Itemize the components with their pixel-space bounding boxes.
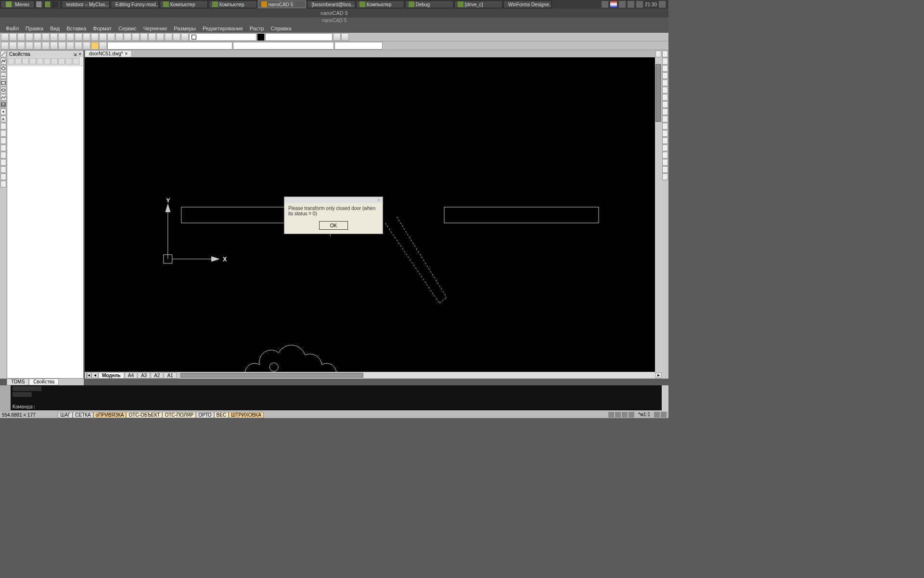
doc-tab-current[interactable]: doorNC51.dwg* × — [85, 50, 132, 57]
mod-array-icon[interactable] — [662, 79, 668, 86]
draw-rectangle-icon[interactable] — [0, 79, 6, 86]
tool-open[interactable] — [9, 33, 17, 41]
task-computer-1[interactable]: Компьютер — [160, 0, 208, 8]
dialog-titlebar[interactable]: × — [284, 197, 383, 203]
prop-tool-9[interactable] — [65, 58, 72, 65]
tool2-07[interactable] — [50, 42, 58, 50]
canvas-hscroll[interactable] — [180, 372, 655, 378]
volume-icon[interactable] — [628, 1, 634, 8]
tab-tdms[interactable]: TDMS — [7, 379, 29, 385]
tool-09[interactable] — [156, 33, 164, 41]
canvas-vscroll[interactable] — [655, 57, 662, 372]
tool2-10[interactable] — [75, 42, 82, 50]
menu-edit[interactable]: Правка — [23, 25, 46, 32]
layout-tab-a3[interactable]: A3 — [138, 372, 150, 379]
status-ortho[interactable]: ОРТО — [196, 412, 214, 418]
menu-file[interactable]: Файл — [3, 25, 22, 32]
draw-point-icon[interactable] — [0, 108, 6, 115]
draw-boundary-icon[interactable] — [0, 144, 6, 151]
task-drive-c[interactable]: [drive_c] — [454, 0, 502, 8]
status-snap[interactable]: ШАГ — [58, 412, 73, 418]
draw-donut-icon[interactable] — [0, 173, 6, 180]
tool-10[interactable] — [165, 33, 172, 41]
draw-region-icon[interactable] — [0, 130, 6, 137]
mod-align-icon[interactable] — [662, 173, 668, 180]
status-lweight[interactable]: ВЕС — [214, 412, 229, 418]
tool-05[interactable] — [124, 33, 131, 41]
mod-erase-icon[interactable] — [662, 51, 668, 57]
menu-draw[interactable]: Черчение — [141, 25, 170, 32]
draw-arc-icon[interactable] — [0, 72, 6, 79]
dialog-ok-button[interactable]: OK — [319, 221, 348, 230]
mod-explode-icon[interactable] — [662, 152, 668, 158]
tool-zoom[interactable] — [83, 33, 90, 41]
properties-panel-header[interactable]: Свойства ⇲ × — [7, 51, 83, 57]
mod-offset-icon[interactable] — [662, 72, 668, 79]
draw-circle-icon[interactable] — [0, 65, 6, 72]
menu-view[interactable]: Вид — [47, 25, 63, 32]
draw-polygon-icon[interactable] — [0, 166, 6, 173]
properties-close-icon[interactable]: × — [78, 52, 81, 57]
tool-zoom-window[interactable] — [91, 33, 99, 41]
layout-nav-first[interactable]: |◂ — [85, 372, 91, 378]
status-grid[interactable]: СЕТКА — [73, 412, 93, 418]
layout-tab-a4[interactable]: A4 — [125, 372, 137, 379]
show-desktop-button[interactable] — [36, 0, 43, 8]
status-otrack-polar[interactable]: ОТС-ПОЛЯР — [162, 412, 196, 418]
user-icon[interactable] — [602, 1, 608, 8]
status-icon-1[interactable] — [608, 412, 614, 418]
status-osnap[interactable]: оПРИВЯЗКА — [93, 412, 127, 418]
layer-combo[interactable] — [107, 42, 232, 50]
status-scale[interactable]: *м1:1 — [635, 412, 653, 418]
tool-redo[interactable] — [42, 33, 50, 41]
status-icon-2[interactable] — [615, 412, 621, 418]
start-menu-button[interactable]: Меню — [0, 0, 35, 8]
command-vscroll[interactable] — [662, 385, 668, 411]
mod-rotate-icon[interactable] — [662, 94, 668, 101]
draw-polyline-icon[interactable] — [0, 58, 6, 65]
mod-extend-icon[interactable] — [662, 123, 668, 130]
prop-tool-7[interactable] — [51, 58, 58, 65]
tool-zoom-extents[interactable] — [99, 33, 107, 41]
layout-nav-prev[interactable]: ◂ — [91, 372, 98, 378]
prop-tool-3[interactable] — [22, 58, 29, 65]
mod-scale-icon[interactable] — [662, 101, 668, 108]
tool-pan[interactable] — [75, 33, 82, 41]
status-hatch[interactable]: ШТРИХОВКА — [229, 412, 263, 418]
menu-insert[interactable]: Вставка — [64, 25, 89, 32]
layout-tab-a2[interactable]: A2 — [151, 372, 163, 379]
prop-tool-10[interactable] — [73, 58, 79, 65]
prop-tool-2[interactable] — [15, 58, 22, 65]
battery-icon[interactable] — [636, 1, 643, 8]
command-input[interactable] — [38, 404, 662, 409]
draw-ray-icon[interactable] — [0, 152, 6, 158]
status-icon-3[interactable] — [622, 412, 628, 418]
layout-tab-model[interactable]: Модель — [99, 372, 124, 379]
prop-tool-1[interactable] — [8, 58, 14, 65]
tool-11[interactable] — [173, 33, 180, 41]
tool2-05[interactable] — [34, 42, 41, 50]
command-panel-grip[interactable] — [0, 385, 11, 411]
file-manager-button[interactable] — [44, 0, 52, 8]
mod-chamfer-icon[interactable] — [662, 144, 668, 151]
tool-save[interactable] — [17, 33, 25, 41]
draw-line-icon[interactable] — [0, 51, 6, 57]
tool2-12[interactable] — [91, 42, 99, 50]
mod-fillet-icon[interactable] — [662, 137, 668, 144]
properties-pin-icon[interactable]: ⇲ — [73, 52, 77, 57]
tool2-08[interactable] — [58, 42, 66, 50]
mod-move-icon[interactable] — [662, 87, 668, 93]
status-icon-4[interactable] — [629, 412, 634, 418]
tool2-11[interactable] — [83, 42, 90, 50]
menu-modify[interactable]: Редактирование — [200, 25, 246, 32]
prop-tool-4[interactable] — [29, 58, 36, 65]
prop-tool-8[interactable] — [58, 58, 65, 65]
mod-join-icon[interactable] — [662, 159, 668, 166]
tool-06[interactable] — [132, 33, 140, 41]
task-computer-2[interactable]: Компьютер — [209, 0, 257, 8]
task-nanocad[interactable]: nanoCAD 5 — [258, 0, 306, 8]
draw-spline-icon[interactable] — [0, 94, 6, 101]
tool2-06[interactable] — [42, 42, 50, 50]
tool2-13[interactable] — [99, 42, 107, 50]
tray-expand-icon[interactable] — [659, 1, 666, 8]
